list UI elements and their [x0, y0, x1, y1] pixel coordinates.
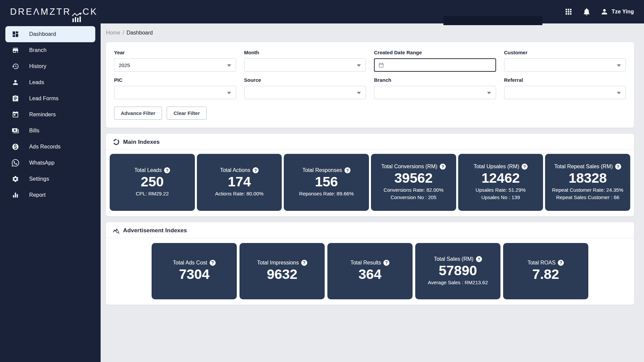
breadcrumb-current: Dashboard: [126, 30, 153, 36]
logo-chart-icon: [71, 13, 82, 23]
stat-value: 174: [228, 174, 251, 190]
user-name: Tze Ying: [612, 9, 634, 15]
stat-value: 57890: [439, 262, 477, 279]
help-icon[interactable]: ?: [522, 164, 528, 170]
bar-chart-icon: [12, 191, 19, 199]
calendar-icon: [12, 111, 19, 118]
sidebar-item-report[interactable]: Report: [5, 187, 95, 203]
month-select[interactable]: [244, 58, 366, 72]
sidebar-item-lead-forms[interactable]: Lead Forms: [5, 90, 95, 107]
help-icon[interactable]: ?: [210, 260, 216, 266]
sidebar-item-whatsapp[interactable]: WhatsApp: [5, 155, 95, 171]
filter-field-year: Year 2025: [114, 50, 236, 72]
logo-text-right: CK: [83, 7, 98, 17]
person-icon: [12, 79, 19, 86]
apps-grid-icon[interactable]: [564, 7, 573, 16]
help-icon[interactable]: ?: [476, 256, 482, 262]
help-icon[interactable]: ?: [615, 164, 621, 170]
bell-icon[interactable]: [582, 7, 591, 16]
main-content: Home / Dashboard Year 2025 Month Create: [101, 23, 644, 362]
sidebar-item-label: Settings: [29, 176, 49, 182]
breadcrumb: Home / Dashboard: [106, 23, 634, 42]
help-icon[interactable]: ?: [344, 167, 351, 173]
calendar-icon: [378, 62, 384, 68]
chevron-down-icon: [227, 92, 231, 94]
stat-value: 7304: [179, 266, 209, 283]
sidebar-item-label: Dashboard: [29, 31, 56, 37]
year-select[interactable]: 2025: [114, 58, 236, 72]
help-icon[interactable]: ?: [558, 260, 564, 266]
sidebar-item-bills[interactable]: Bills: [5, 123, 95, 139]
help-icon[interactable]: ?: [383, 260, 389, 266]
stat-card-total-ads-cost: Total Ads Cost ? 7304: [152, 243, 237, 299]
main-indexes-title: Main Indexes: [123, 139, 160, 145]
stat-subline: Repeat Sales Customer : 66: [556, 194, 619, 201]
stat-subline: Average Sales : RM213.62: [428, 279, 488, 286]
help-icon[interactable]: ?: [301, 260, 307, 266]
main-indexes-panel: Main Indexes Total Leads ? 250 CPL: RM29…: [106, 134, 634, 216]
breadcrumb-home-link[interactable]: Home: [106, 30, 120, 36]
sidebar-item-dashboard[interactable]: Dashboard: [5, 26, 95, 42]
help-icon[interactable]: ?: [253, 167, 259, 173]
stat-subline: Conversion No : 205: [390, 194, 436, 201]
stat-subline: Upsales No : 139: [481, 194, 520, 201]
topbar-dropdown-shadow: [443, 16, 542, 25]
stat-title: Total Upsales (RM): [474, 164, 519, 170]
user-menu[interactable]: Tze Ying: [600, 8, 634, 16]
advance-filter-button[interactable]: Advance Filter: [114, 107, 162, 120]
help-icon[interactable]: ?: [164, 167, 170, 173]
stat-card-total-results: Total Results ? 364: [327, 243, 413, 299]
stat-title: Total Responses: [303, 167, 342, 173]
pic-select[interactable]: [114, 86, 236, 99]
chevron-down-icon: [487, 92, 491, 94]
filter-field-pic: PIC: [114, 77, 236, 99]
filter-label-month: Month: [244, 50, 366, 55]
stat-title: Total Ads Cost: [173, 260, 207, 266]
sidebar-item-label: Leads: [29, 79, 44, 85]
customer-select[interactable]: [504, 58, 626, 72]
breadcrumb-separator: /: [123, 30, 124, 36]
brand-logo[interactable]: DREΛMZTR CK: [0, 0, 101, 23]
referral-select[interactable]: [504, 86, 626, 99]
donut-icon: [113, 138, 120, 145]
source-select[interactable]: [244, 86, 366, 99]
stat-card-total-repeat-sales: Total Repeat Sales (RM) ? 18328 Repeat C…: [545, 154, 630, 211]
clear-filter-button[interactable]: Clear Filter: [167, 107, 206, 120]
created-date-range-input[interactable]: [374, 58, 496, 72]
stat-value: 9632: [267, 266, 297, 283]
whatsapp-icon: [12, 159, 19, 167]
filter-label-source: Source: [244, 77, 366, 83]
stat-subline: Actions Rate: 80.00%: [215, 190, 263, 197]
stat-subline: Repeat Customer Rate: 24.35%: [552, 186, 624, 194]
stat-card-total-sales: Total Sales (RM) ? 57890 Average Sales :…: [415, 243, 500, 299]
stat-card-total-roas: Total ROAS ? 7.82: [503, 243, 588, 299]
stat-value: 18328: [569, 170, 607, 186]
filter-field-referral: Referral: [504, 77, 626, 99]
sidebar-item-ads-records[interactable]: Ads Records: [5, 139, 95, 155]
stat-title: Total Results: [351, 260, 381, 266]
stat-card-total-upsales: Total Upsales (RM) ? 12462 Upsales Rate:…: [458, 154, 543, 211]
help-icon[interactable]: ?: [440, 164, 446, 170]
filter-field-month: Month: [244, 50, 366, 72]
sidebar-item-leads[interactable]: Leads: [5, 74, 95, 90]
sidebar-item-label: Report: [29, 192, 46, 198]
dashboard-icon: [12, 31, 19, 38]
sidebar-item-label: Reminders: [29, 112, 56, 118]
sidebar-item-history[interactable]: History: [5, 58, 95, 74]
stat-value: 7.82: [532, 266, 559, 283]
filter-label-pic: PIC: [114, 77, 236, 83]
sidebar-item-reminders[interactable]: Reminders: [5, 107, 95, 123]
filter-panel: Year 2025 Month Created Date Range: [106, 42, 634, 128]
stat-title: Total Conversions (RM): [381, 164, 437, 170]
history-icon: [12, 63, 19, 70]
branch-select[interactable]: [374, 86, 496, 99]
chevron-down-icon: [617, 64, 621, 67]
stat-card-total-impressions: Total Impressions ? 9632: [239, 243, 325, 299]
filter-label-customer: Customer: [504, 50, 626, 55]
sidebar-item-settings[interactable]: Settings: [5, 171, 95, 187]
stat-value: 250: [141, 174, 164, 190]
stat-card-total-conversions: Total Conversions (RM) ? 39562 Conversio…: [371, 154, 456, 211]
stat-subline: Upsales Rate: 51.29%: [476, 186, 526, 194]
sidebar-nav: Dashboard Branch History Leads Lead Form…: [0, 23, 101, 203]
sidebar-item-branch[interactable]: Branch: [5, 42, 95, 58]
